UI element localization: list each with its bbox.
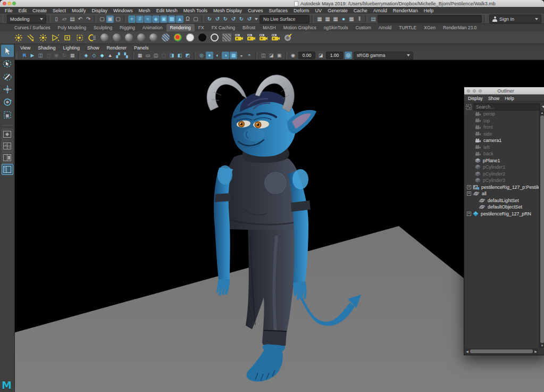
menu-renderman[interactable]: RenderMan (393, 8, 418, 13)
field-chart-icon[interactable]: ◨ (168, 52, 175, 59)
ipr-render-icon[interactable]: ▦ (324, 15, 331, 23)
shelf-tab-ngskintools[interactable]: ngSkinTools (320, 24, 352, 31)
shelf-tab-animation[interactable]: Animation (139, 24, 166, 31)
use-background-icon[interactable] (197, 32, 207, 43)
outliner-menu-display[interactable]: Display (468, 96, 483, 101)
shelf-tab-renderman-23-0[interactable]: RenderMan 23.0 (439, 24, 480, 31)
render-sequence-shelf-icon[interactable] (271, 32, 280, 43)
move-tool[interactable] (1, 83, 14, 95)
outliner-item-side[interactable]: side (465, 131, 539, 138)
undo-icon[interactable]: ↶ (77, 15, 84, 23)
blinn-material-icon[interactable] (124, 32, 133, 43)
outliner-item-pestilencerig-127-p-pestilencerig[interactable]: +pestilenceRig_127_p:PestilenceRig_ (465, 184, 539, 191)
outliner-item-pestilencerig-127-prn[interactable]: +pestilenceRig_127_pRN (465, 211, 539, 218)
color-management-icon[interactable]: ◎ (345, 52, 352, 59)
surface-shader-icon[interactable] (185, 32, 195, 43)
menu-set-selector[interactable]: Modeling (7, 14, 46, 23)
annotate-pencil-icon[interactable]: ▚ (122, 52, 130, 59)
statusline-grip[interactable] (3, 15, 5, 22)
render-view-open-icon[interactable] (234, 32, 244, 43)
volume-light-icon[interactable] (75, 32, 85, 43)
panel-menu-panels[interactable]: Panels (134, 45, 149, 51)
outliner-item-pcylinder2[interactable]: pCylinder2 (465, 171, 539, 178)
area-light-icon[interactable] (63, 32, 72, 43)
menu-curves[interactable]: Curves (248, 8, 263, 13)
filter-icon[interactable] (466, 104, 472, 110)
shelf-tab-sculpting[interactable]: Sculpting (90, 24, 116, 31)
lambert-material-icon[interactable] (112, 32, 121, 43)
outliner-minimize-button[interactable] (473, 89, 476, 93)
shelf-tab-poly-modeling[interactable]: Poly Modeling (54, 24, 90, 31)
chevron-down-icon[interactable] (542, 106, 544, 108)
ramp-shader-icon[interactable] (173, 32, 182, 43)
menu-mesh-tools[interactable]: Mesh Tools (183, 8, 207, 13)
menu-windows[interactable]: Windows (113, 8, 133, 13)
menu-select[interactable]: Select (53, 8, 66, 13)
scrollbar-thumb[interactable] (470, 349, 533, 353)
safe-action-icon[interactable]: ◧ (176, 52, 183, 59)
sign-in-button[interactable]: Sign In (489, 14, 541, 23)
outliner-zoom-button[interactable] (479, 89, 482, 93)
menu-modify[interactable]: Modify (72, 8, 86, 13)
select-object-icon[interactable]: ▣ (106, 15, 114, 23)
snap-to-grid-icon[interactable]: # (136, 15, 144, 23)
history-toggle-icon[interactable]: ↺ (230, 15, 237, 23)
paint-selection-tool[interactable] (1, 70, 14, 82)
outliner-item-pcylinder3[interactable]: pCylinder3 (465, 177, 539, 184)
shelf-tab-curves-surfaces[interactable]: Curves / Surfaces (11, 24, 54, 31)
select-outputs-icon[interactable]: ↺ (246, 15, 253, 23)
outliner-item-top[interactable]: top (465, 118, 539, 124)
motion-blur-toggle-icon[interactable]: ◓ (246, 52, 253, 59)
shelf-tab-mash[interactable]: MASH (259, 24, 280, 31)
safe-title-icon[interactable]: ◩ (184, 52, 191, 59)
layout-four-pane[interactable]: ++ (2, 140, 13, 152)
lighting-all-icon[interactable]: ◑ (222, 52, 229, 59)
outliner-menu-help[interactable]: Help (505, 96, 514, 101)
menu-display[interactable]: Display (92, 8, 108, 13)
expand-icon[interactable]: + (467, 212, 471, 216)
menu-edit-mesh[interactable]: Edit Mesh (156, 8, 178, 13)
outliner-item-back[interactable]: back (465, 151, 539, 157)
vp-dim-a-icon[interactable]: ▢ (45, 52, 52, 59)
chevron-down-icon[interactable] (255, 18, 258, 20)
snap-to-projected-center-icon[interactable]: ▣ (160, 15, 168, 23)
grid-toggle-icon[interactable]: ▦ (136, 52, 144, 59)
outliner-search-input[interactable] (473, 103, 540, 111)
new-scene-icon[interactable]: ▯ (53, 15, 60, 23)
output-operations-icon[interactable]: ↺ (214, 15, 221, 23)
menu-mesh[interactable]: Mesh (139, 8, 150, 13)
menu-create[interactable]: Create (32, 8, 47, 13)
pause-viewport-icon[interactable]: ‖ (356, 15, 363, 23)
menu-arnold[interactable]: Arnold (373, 8, 387, 13)
menu-cache[interactable]: Cache (354, 8, 367, 13)
snap-to-curve-icon[interactable]: ≈ (144, 15, 152, 23)
select-component-icon[interactable]: ▢ (114, 15, 122, 23)
shelf-tab-rendering[interactable]: Rendering (166, 24, 195, 31)
expand-icon[interactable]: + (467, 191, 471, 196)
joints-xray-icon[interactable]: ▣ (275, 52, 283, 59)
grease-pencil-icon[interactable]: ▞ (114, 52, 122, 59)
make-live-icon[interactable]: ▲ (176, 15, 183, 23)
shelf-tab-motion-graphics[interactable]: Motion Graphics (280, 24, 320, 31)
camera-bookmark-icon[interactable]: ▲ (106, 52, 114, 59)
input-operations-icon[interactable]: ↻ (206, 15, 213, 23)
minimize-window-button[interactable] (7, 2, 11, 5)
layout-two-pane[interactable] (2, 152, 13, 163)
resolution-gate-icon[interactable]: ◫ (152, 52, 160, 59)
live-surface-field[interactable]: No Live Surface (260, 15, 309, 23)
layout-outliner-persp[interactable] (2, 164, 13, 175)
scroll-down-icon[interactable]: ▼ (540, 344, 544, 348)
field-entry-icon[interactable]: ▤ (370, 15, 377, 23)
point-light-icon[interactable] (38, 32, 48, 43)
renderman-ipr-icon[interactable]: ▶ (29, 52, 36, 59)
panel-menu-view[interactable]: View (20, 45, 30, 51)
shaded-mode-icon[interactable]: ● (206, 52, 213, 59)
outliner-item-camera1[interactable]: camera1 (465, 137, 539, 144)
outliner-item-left[interactable]: left (465, 144, 539, 151)
select-tool[interactable] (1, 45, 14, 57)
gate-mask-icon[interactable]: ▢ (160, 52, 168, 59)
outliner-close-button[interactable] (467, 89, 470, 93)
exposure-value[interactable]: 0.00 (298, 52, 315, 59)
highlight-selection-mode-icon[interactable]: ▢ (192, 15, 199, 23)
shelf-tab-rigging[interactable]: Rigging (116, 24, 139, 31)
